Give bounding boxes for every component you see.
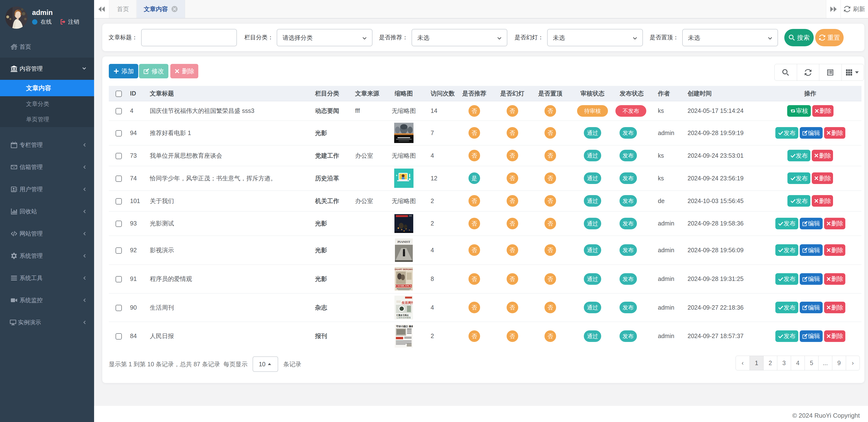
svg-text:守好小剧口 服务大民生: 守好小剧口 服务大民生 (396, 325, 413, 328)
svg-text:让思想自由碰撞: 让思想自由碰撞 (396, 316, 411, 319)
svg-text:生活周刊: 生活周刊 (401, 301, 413, 304)
svg-text:CASABLANCA: CASABLANCA (396, 285, 411, 287)
svg-text:BOGART BERGMAN: BOGART BERGMAN (395, 268, 413, 270)
svg-text:PIANIST: PIANIST (397, 240, 410, 244)
svg-text:汇聚多元观点: 汇聚多元观点 (396, 314, 409, 316)
